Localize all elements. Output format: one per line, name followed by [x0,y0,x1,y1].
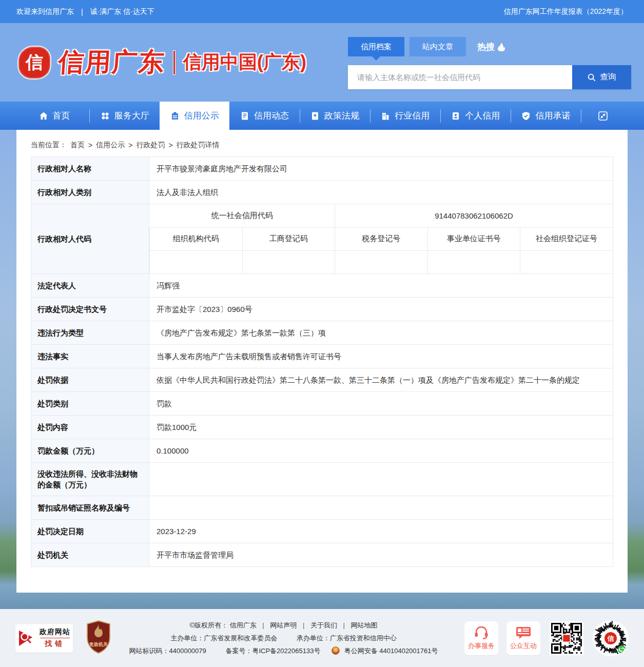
shield-check-icon [521,111,531,121]
table-row: 行政相对人名称 开平市骏景湾豪庭房地产开发有限公司 [31,157,613,181]
error-badge-title: 政府网站 [40,627,70,637]
nav-item-service-hall[interactable]: 服务大厅 [90,102,160,130]
row-value: 依据《中华人民共和国行政处罚法》第二十八条第一款、第三十二条第（一）项及《房地产… [149,368,613,392]
nav-item-policies[interactable]: 政策法规 [300,102,370,130]
footer-link-about[interactable]: 关于我们 [310,621,337,629]
row-label: 行政处罚决定书文号 [31,298,149,321]
row-value [149,463,613,496]
error-finder-icon [18,629,35,648]
flame-icon [497,42,505,51]
nav-item-credit-publicity[interactable]: 信用公示 [160,102,229,130]
row-label: 违法事实 [31,345,149,368]
row-label: 没收违法所得、没收非法财物的金额（万元） [31,463,149,496]
penalty-detail-table: 行政相对人名称 开平市骏景湾豪庭房地产开发有限公司 行政相对人类别 法人及非法人… [31,156,613,567]
row-label: 违法行为类型 [31,321,149,345]
row-value: 当事人发布房地产广告未载明预售或者销售许可证书号 [149,345,613,368]
row-label: 处罚类别 [31,392,149,416]
table-row: 行政处罚决定书文号 开市监处字〔2023〕0960号 [31,298,613,321]
search-icon [587,73,596,82]
logo-divider [173,51,175,74]
main-nav: 首页 服务大厅 信用公示 信用动态 政策法规 行业信用 个人信用 信用承诺 [0,102,644,130]
row-label: 行政相对人代码 [31,204,149,274]
table-row: 处罚依据 依据《中华人民共和国行政处罚法》第二十八条第一款、第三十二条第（一）项… [31,368,613,392]
building-icon [381,111,390,121]
nav-item-personal-credit[interactable]: 个人信用 [441,102,511,130]
tab-site-articles[interactable]: 站内文章 [409,37,466,56]
miniprogram-code [593,620,629,656]
code-col-header: 组织机构代码 [150,227,243,250]
code-col-value [242,250,335,273]
grid-icon [101,111,110,121]
row-value [149,496,613,520]
table-row: 处罚决定日期 2023-12-29 [31,520,613,543]
breadcrumb-credit-publicity[interactable]: 信用公示 [96,141,125,150]
breadcrumb-prefix: 当前位置： [31,141,67,150]
nav-item-home[interactable]: 首页 [19,102,89,130]
unified-code-label: 统一社会信用代码 [150,204,335,227]
table-row: 违法行为类型 《房地产广告发布规定》第七条第一款第（三）项 [31,321,613,345]
content-panel: 当前位置： 首页 > 信用公示 > 行政处罚 > 行政处罚详情 行政相对人名称 … [16,130,628,593]
unified-code-value: 91440783062106062D [335,204,613,227]
party-gov-badge[interactable]: 党政机关 [86,620,111,656]
svg-text:党政机关: 党政机关 [89,642,108,647]
copyright-text: ©版权所有： 信用广东 [189,621,256,629]
row-label: 处罚内容 [31,416,149,439]
breadcrumb-home[interactable]: 首页 [70,141,85,150]
nav-item-credit-news[interactable]: 信用动态 [229,102,299,130]
interaction-card[interactable]: 公众互动 [506,621,540,655]
search-button[interactable]: 查询 [572,65,631,89]
annual-report-link[interactable]: 信用广东网工作年度报表（2022年度） [504,7,628,16]
code-col-header: 税务登记号 [335,227,428,250]
table-row: 法定代表人 冯辉强 [31,274,613,298]
footer-link-sitemap[interactable]: 网站地图 [351,621,378,629]
row-label: 暂扣或吊销证照名称及编号 [31,496,149,520]
code-col-header: 工商登记码 [242,227,335,250]
row-value: 开市监处字〔2023〕0960号 [149,298,613,321]
row-value: 开平市骏景湾豪庭房地产开发有限公司 [149,157,613,181]
collapse-icon [597,110,609,122]
footer-link-statement[interactable]: 网站声明 [270,621,297,629]
table-row: 暂扣或吊销证照名称及编号 [31,496,613,520]
table-row: 违法事实 当事人发布房地产广告未载明预售或者销售许可证书号 [31,345,613,368]
nav-collapse-button[interactable] [581,102,625,130]
book-icon [310,111,320,121]
table-row: 没收违法所得、没收非法财物的金额（万元） [31,463,613,496]
row-value: 罚款 [149,392,613,416]
search-input[interactable] [348,65,572,89]
breadcrumb-admin-penalty[interactable]: 行政处罚 [136,141,165,150]
document-icon [240,111,249,121]
hot-search-link[interactable]: 热搜 [477,41,505,53]
code-col-header: 社会组织登记证号 [520,227,613,250]
tab-credit-archive[interactable]: 信用档案 [348,37,404,56]
row-label: 罚款金额（万元） [31,439,149,463]
row-label: 行政相对人类别 [31,181,149,204]
row-label: 处罚决定日期 [31,520,149,543]
undertaker-text: 承办单位：广东省投资和信用中心 [297,634,397,642]
table-row: 行政相对人类别 法人及非法人组织 [31,181,613,204]
seal-logo-icon: 信 [18,47,50,79]
site-code-text: 网站标识码：4400000079 [129,647,206,655]
code-col-value [520,250,613,273]
site-logo[interactable]: 信 信用广东 信用中国(广东) [18,45,306,80]
service-card[interactable]: 办事服务 [464,621,498,655]
nav-item-credit-commitment[interactable]: 信用承诺 [511,102,581,130]
qr-code [550,621,583,655]
top-bar: 欢迎来到信用广东 | 诚·满广东 信·达天下 信用广东网工作年度报表（2022年… [0,0,644,23]
search-module: 信用档案 站内文章 热搜 查询 [348,37,631,89]
row-value: 《房地产广告发布规定》第七条第一款第（三）项 [149,321,613,345]
clipboard-icon [170,111,180,121]
nav-item-industry-credit[interactable]: 行业信用 [370,102,440,130]
table-row: 罚款金额（万元） 0.100000 [31,439,613,463]
topbar-divider: | [81,8,83,16]
row-label: 处罚机关 [31,543,149,567]
row-label: 处罚依据 [31,368,149,392]
page-background: 当前位置： 首页 > 信用公示 > 行政处罚 > 行政处罚详情 行政相对人名称 … [0,130,644,609]
row-value: 开平市市场监督管理局 [149,543,613,567]
police-badge-icon [331,646,340,655]
site-footer: 政府网站 找错 党政机关 ©版权所有： 信用广东 | 网站声明 | 关于我们 |… [0,609,644,667]
row-value: 法人及非法人组织 [149,181,613,204]
site-title: 信用广东 [57,45,167,80]
gov-error-report-badge[interactable]: 政府网站 找错 [15,624,73,653]
footer-text: ©版权所有： 信用广东 | 网站声明 | 关于我们 | 网站地图 主办单位：广东… [111,619,456,657]
police-record-text: 粤公网安备 44010402001761号 [344,647,438,655]
